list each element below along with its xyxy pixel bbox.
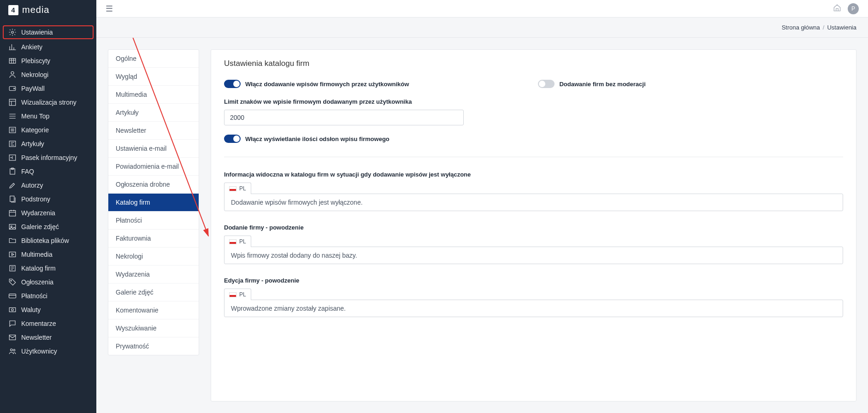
subnav-item-katalog-firm[interactable]: Katalog firm	[108, 194, 199, 212]
svg-point-23	[11, 349, 13, 351]
sidebar-item-label: Waluty	[21, 306, 41, 313]
brand-logo-icon: 4	[8, 5, 18, 15]
breadcrumb-home[interactable]: Strona główna	[782, 24, 820, 31]
subnav-item-wygląd[interactable]: Wygląd	[108, 68, 199, 86]
news-icon	[8, 140, 17, 148]
sidebar-item-label: Plebiscyty	[21, 57, 50, 65]
svg-point-2	[11, 71, 14, 74]
subnav-item-ustawienia-e-mail[interactable]: Ustawienia e-mail	[108, 140, 199, 158]
add-success-input[interactable]	[224, 247, 843, 264]
sidebar-item-ustawienia[interactable]: Ustawienia	[3, 25, 94, 39]
sidebar-item-label: Podstrony	[21, 195, 50, 203]
sidebar-item-nekrologi[interactable]: Nekrologi	[0, 68, 96, 82]
sidebar-item-label: Nekrologi	[21, 71, 48, 78]
subnav-item-artykuły[interactable]: Artykuły	[108, 104, 199, 122]
sidebar-item-waluty[interactable]: Waluty	[0, 303, 96, 317]
sidebar-item-ogłoszenia[interactable]: Ogłoszenia	[0, 275, 96, 289]
subnav-item-wyszukiwanie[interactable]: Wyszukiwanie	[108, 319, 199, 337]
sidebar-item-faq[interactable]: FAQ	[0, 165, 96, 178]
svg-rect-5	[9, 99, 16, 106]
svg-rect-12	[10, 196, 14, 201]
sidebar-item-komentarze[interactable]: Komentarze	[0, 317, 96, 330]
sidebar-item-kategorie[interactable]: Kategorie	[0, 123, 96, 137]
subnav-item-nekrologi[interactable]: Nekrologi	[108, 248, 199, 266]
edit-success-input[interactable]	[224, 300, 843, 317]
subnav-item-galerie-zdjęć[interactable]: Galerie zdjęć	[108, 283, 199, 301]
sidebar-item-paywall[interactable]: PayWall	[0, 82, 96, 95]
subnav-item-płatności[interactable]: Płatności	[108, 212, 199, 230]
lang-tab-pl-2[interactable]: PL	[224, 236, 251, 247]
topbar: ☰ P	[96, 0, 868, 18]
sidebar-item-label: Multimedia	[21, 251, 53, 258]
sidebar: 4 media UstawieniaAnkietyPlebiscytyNekro…	[0, 0, 96, 413]
toggle-views[interactable]	[224, 135, 241, 143]
info-icon	[8, 153, 17, 162]
sidebar-item-pasek-informacyjny[interactable]: Pasek informacyjny	[0, 151, 96, 165]
toggle-no-moderation-label: Dodawanie firm bez moderacji	[559, 81, 645, 88]
users-icon	[8, 347, 17, 355]
svg-point-18	[11, 280, 12, 281]
svg-point-4	[14, 88, 15, 89]
subnav-item-ogłoszenia-drobne[interactable]: Ogłoszenia drobne	[108, 176, 199, 194]
hamburger-icon[interactable]: ☰	[106, 4, 113, 14]
panel-title: Ustawienia katalogu firm	[224, 59, 843, 68]
sidebar-item-plebiscyty[interactable]: Plebiscyty	[0, 54, 96, 68]
sidebar-item-biblioteka-plików[interactable]: Biblioteka plików	[0, 234, 96, 248]
svg-rect-22	[9, 335, 16, 340]
subnav-item-komentowanie[interactable]: Komentowanie	[108, 301, 199, 319]
sidebar-item-galerie-zdjęć[interactable]: Galerie zdjęć	[0, 220, 96, 234]
sidebar-item-autorzy[interactable]: Autorzy	[0, 178, 96, 192]
subnav-item-wydarzenia[interactable]: Wydarzenia	[108, 266, 199, 283]
lang-tab-pl[interactable]: PL	[224, 183, 251, 194]
toggle-no-moderation[interactable]	[538, 80, 555, 88]
sidebar-item-menu-top[interactable]: Menu Top	[0, 109, 96, 123]
toggle-enable-add[interactable]	[224, 80, 241, 88]
gallery-icon	[8, 223, 17, 231]
calendar-icon	[8, 209, 17, 217]
sidebar-item-użytkownicy[interactable]: Użytkownicy	[0, 344, 96, 358]
sidebar-item-katalog-firm[interactable]: Katalog firm	[0, 261, 96, 275]
info-disabled-input[interactable]	[224, 194, 843, 211]
sidebar-item-artykuły[interactable]: Artykuły	[0, 137, 96, 151]
wallet-icon	[8, 84, 17, 93]
subnav-item-multimedia[interactable]: Multimedia	[108, 86, 199, 104]
svg-rect-13	[9, 211, 16, 216]
settings-panel: Ustawienia katalogu firm Włącz dodawanie…	[211, 49, 856, 401]
subnav-item-fakturownia[interactable]: Fakturownia	[108, 230, 199, 248]
subnav-item-newsletter[interactable]: Newsletter	[108, 122, 199, 140]
lang-tab-pl-3[interactable]: PL	[224, 289, 251, 300]
flag-pl-icon	[229, 292, 236, 297]
home-icon[interactable]	[833, 4, 841, 13]
flag-pl-icon	[229, 186, 236, 191]
sidebar-item-podstrony[interactable]: Podstrony	[0, 192, 96, 206]
sidebar-menu: UstawieniaAnkietyPlebiscytyNekrologiPayW…	[0, 20, 96, 358]
limit-label: Limit znaków we wpisie firmowym dodawany…	[224, 98, 843, 105]
list-icon	[8, 126, 17, 134]
sidebar-item-newsletter[interactable]: Newsletter	[0, 330, 96, 344]
subnav-item-ogólne[interactable]: Ogólne	[108, 50, 199, 68]
sidebar-item-label: FAQ	[21, 168, 34, 175]
limit-input[interactable]	[224, 110, 464, 125]
credit-icon	[8, 292, 17, 300]
sidebar-item-multimedia[interactable]: Multimedia	[0, 248, 96, 261]
sidebar-item-płatności[interactable]: Płatności	[0, 289, 96, 303]
subnav-item-powiadomienia-e-mail[interactable]: Powiadomienia e-mail	[108, 158, 199, 176]
user-avatar[interactable]: P	[848, 3, 859, 14]
pen-icon	[8, 181, 17, 189]
media-icon	[8, 250, 17, 259]
sidebar-item-label: Komentarze	[21, 320, 56, 327]
sidebar-item-label: Artykuły	[21, 140, 44, 148]
pages-icon	[8, 195, 17, 203]
sidebar-item-label: Płatności	[21, 292, 47, 300]
main: ☰ P Strona główna / Ustawienia	[96, 0, 868, 413]
folder-icon	[8, 236, 17, 245]
edit-success-label: Edycja firmy - powodzenie	[224, 277, 843, 284]
subnav-item-prywatność[interactable]: Prywatność	[108, 337, 199, 355]
sidebar-item-label: Newsletter	[21, 334, 52, 341]
sidebar-item-wydarzenia[interactable]: Wydarzenia	[0, 206, 96, 220]
sidebar-item-label: Galerie zdjęć	[21, 223, 59, 230]
sidebar-item-label: Ankiety	[21, 43, 42, 51]
sidebar-item-wizualizacja-strony[interactable]: Wizualizacja strony	[0, 95, 96, 109]
sidebar-item-ankiety[interactable]: Ankiety	[0, 40, 96, 54]
mail-icon	[8, 333, 17, 342]
